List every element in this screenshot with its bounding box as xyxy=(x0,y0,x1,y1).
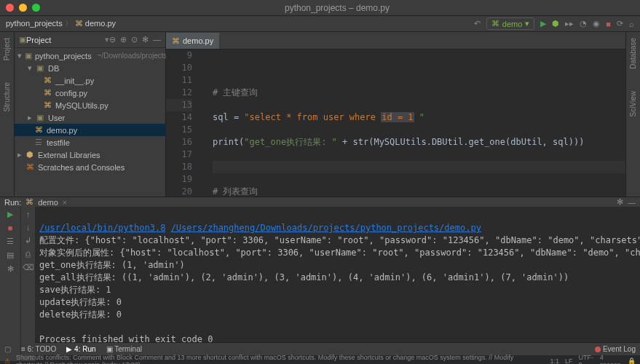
pin-button[interactable]: ▤ xyxy=(7,250,14,260)
console-output[interactable]: /usr/local/bin/python3.8 /Users/zhanghen… xyxy=(35,207,640,361)
tree-label: testfile xyxy=(47,138,70,147)
tree-dir-user[interactable]: ▸▣ User xyxy=(15,111,165,124)
console-link-interpreter[interactable]: /usr/local/bin/python3.8 xyxy=(39,223,165,233)
nav-bar: python_projects 〉 ⌘ demo.py ↶ ⌘ demo ▾ ▶… xyxy=(0,16,640,32)
rerun-button[interactable]: ▶ xyxy=(7,210,13,219)
console-line: get_one执行结果: (1, 'admin') xyxy=(39,260,185,270)
console-exit-line: Process finished with exit code 0 xyxy=(39,334,213,344)
update-button[interactable]: ⟳ xyxy=(617,19,623,28)
settings-gear-icon[interactable]: ✻ xyxy=(142,35,149,44)
concurrency-button[interactable]: ◉ xyxy=(593,19,600,28)
console-line: 对象实例后的属性: {"host": "localhost", "port": … xyxy=(39,248,640,258)
tree-file-mysqlutils[interactable]: ⌘MySQLUtils.py xyxy=(15,99,165,111)
tree-file-testfile[interactable]: ☰testfile xyxy=(15,136,165,149)
window-title: python_projects – demo.py xyxy=(40,3,634,13)
project-panel: ▣ Project ▾ ⊖ ⊕ ⊙ ✻ — ▾▣ python_projects… xyxy=(15,32,166,197)
minimize-window-icon[interactable] xyxy=(19,4,27,12)
debug-button[interactable]: ⬢ xyxy=(552,19,559,28)
back-icon[interactable]: ↶ xyxy=(474,19,481,28)
status-message[interactable]: Shortcuts conflicts: Comment with Block … xyxy=(16,354,538,364)
code-body[interactable]: # 主键查询 sql = "select * from user where i… xyxy=(199,50,625,197)
left-tool-stripe: Project Structure xyxy=(0,32,15,197)
event-log-button[interactable]: Event Log xyxy=(595,345,636,353)
project-panel-header: ▣ Project ▾ ⊖ ⊕ ⊙ ✻ — xyxy=(15,32,165,48)
python-file-icon: ⌘ xyxy=(25,197,33,207)
select-opened-icon[interactable]: ⊙ xyxy=(131,35,138,44)
run-label: Run: xyxy=(4,198,21,207)
warning-icon[interactable]: ⚠ xyxy=(4,357,10,364)
clear-all-icon[interactable]: ⌫ xyxy=(23,263,34,272)
tab-label: demo.py xyxy=(183,36,213,45)
maximize-window-icon[interactable] xyxy=(32,4,40,12)
stop-button[interactable]: ■ xyxy=(8,223,13,232)
editor-tabbar: ⌘ demo.py xyxy=(166,32,625,50)
project-panel-title[interactable]: Project xyxy=(26,36,105,44)
main-area: Project Structure ▣ Project ▾ ⊖ ⊕ ⊙ ✻ — … xyxy=(0,32,640,197)
tree-label: External Libraries xyxy=(38,151,100,159)
search-everywhere-button[interactable]: ⌕ xyxy=(629,20,634,28)
line-gutter: 9101112131415161718192021 xyxy=(166,50,199,197)
indent-settings[interactable]: 4 spaces xyxy=(600,354,622,364)
run-button[interactable]: ▶ xyxy=(540,19,546,28)
sciview-tool-tab[interactable]: SciView xyxy=(629,91,637,116)
down-stack-icon[interactable]: ↓ xyxy=(26,223,31,232)
up-stack-icon[interactable]: ↑ xyxy=(26,210,31,218)
caret-position[interactable]: 1:1 xyxy=(550,357,559,364)
stop-button[interactable]: ■ xyxy=(606,20,611,28)
todo-tool-tab[interactable]: ≡ 6: TODO xyxy=(21,345,56,353)
file-encoding[interactable]: UTF-8 xyxy=(578,354,593,364)
project-tree: ▾▣ python_projects ~/Downloads/projects/… xyxy=(15,48,165,175)
run-tab-name[interactable]: demo xyxy=(38,198,58,207)
run-toolbar: ▶ ■ ☰ ▤ ✻ xyxy=(0,207,20,361)
run-toolbar-2: ↑ ↓ ↲ ⎙ ⌫ xyxy=(20,207,35,361)
run-config-selector[interactable]: ⌘ demo ▾ xyxy=(486,17,535,30)
project-folder-icon: ▣ xyxy=(19,35,26,44)
breadcrumb-project[interactable]: python_projects xyxy=(6,19,63,28)
code-editor[interactable]: 9101112131415161718192021 # 主键查询 sql = "… xyxy=(166,50,625,197)
tree-file-demo[interactable]: ⌘demo.py xyxy=(15,124,165,136)
tree-label: Scratches and Consoles xyxy=(38,163,125,172)
line-separator[interactable]: LF xyxy=(565,357,573,364)
soft-wrap-icon[interactable]: ↲ xyxy=(25,236,31,245)
console-link-script[interactable]: /Users/zhangheng/Downloads/projects/pyth… xyxy=(171,223,481,233)
tree-scratches[interactable]: ⌘ Scratches and Consoles xyxy=(15,161,165,173)
tree-label: User xyxy=(48,114,65,122)
close-window-icon[interactable] xyxy=(6,4,14,12)
print-icon[interactable]: ⎙ xyxy=(25,250,31,258)
show-tool-windows-icon[interactable]: ▢ xyxy=(4,345,11,353)
run-header: Run: ⌘ demo × ✻ — xyxy=(0,197,640,207)
tree-file-init[interactable]: ⌘__init__.py xyxy=(15,74,165,87)
titlebar: python_projects – demo.py xyxy=(0,0,640,16)
tree-root[interactable]: ▾▣ python_projects ~/Downloads/projects/… xyxy=(15,50,165,62)
collapse-all-icon[interactable]: ⊖ xyxy=(109,35,116,44)
structure-tool-tab[interactable]: Structure xyxy=(3,82,11,112)
tree-root-label: python_projects xyxy=(35,52,92,60)
tree-external-libraries[interactable]: ▸⬢ External Libraries xyxy=(15,149,165,161)
tree-label: MySQLUtils.py xyxy=(55,101,108,110)
project-tool-tab[interactable]: Project xyxy=(3,38,11,60)
tree-label: config.py xyxy=(55,89,87,98)
database-tool-tab[interactable]: Database xyxy=(629,38,637,69)
run-tool-tab[interactable]: ▶ 4: Run xyxy=(66,345,95,353)
right-tool-stripe: Database SciView xyxy=(625,32,640,197)
console-line: update执行结果: 0 xyxy=(39,297,122,307)
lock-icon[interactable]: 🔒 xyxy=(628,357,636,364)
settings-button[interactable]: ✻ xyxy=(7,264,14,274)
console-line: save执行结果: 1 xyxy=(39,285,111,295)
python-file-icon: ⌘ xyxy=(491,19,499,28)
hide-panel-icon[interactable]: — xyxy=(153,35,161,44)
tree-label: __init__.py xyxy=(55,76,94,85)
close-tab-icon[interactable]: × xyxy=(63,198,67,207)
expand-all-icon[interactable]: ⊕ xyxy=(120,35,127,44)
layout-button[interactable]: ☰ xyxy=(7,237,14,246)
tree-dir-db[interactable]: ▾▣ DB xyxy=(15,62,165,74)
breadcrumb-file[interactable]: demo.py xyxy=(85,19,116,28)
hide-panel-icon[interactable]: — xyxy=(628,198,636,207)
profile-button[interactable]: ◔ xyxy=(580,19,587,28)
tree-file-config[interactable]: ⌘config.py xyxy=(15,87,165,99)
coverage-button[interactable]: ▸▸ xyxy=(565,19,574,28)
tree-label: demo.py xyxy=(47,126,77,135)
settings-gear-icon[interactable]: ✻ xyxy=(617,197,623,207)
terminal-tool-tab[interactable]: ▣ Terminal xyxy=(106,345,142,353)
editor-tab-demo[interactable]: ⌘ demo.py xyxy=(166,33,220,49)
